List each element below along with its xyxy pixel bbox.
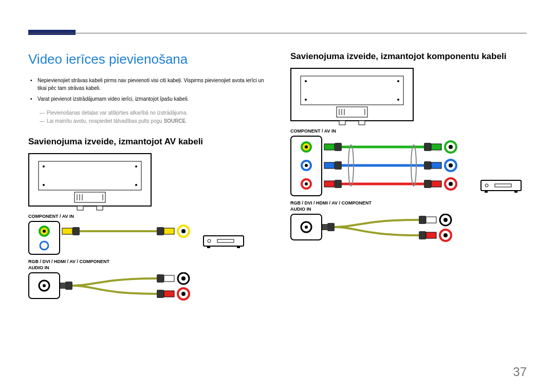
svg-rect-87 <box>514 191 517 193</box>
bullet-list: Nepievienojiet strāvas kabeli pirms nav … <box>28 77 265 103</box>
svg-point-58 <box>305 145 308 148</box>
svg-rect-95 <box>419 231 426 239</box>
svg-rect-93 <box>419 216 426 224</box>
note-line: Pievienošanas detaļas var atšķirties atk… <box>28 109 265 117</box>
svg-rect-1 <box>39 161 141 190</box>
svg-point-23 <box>181 229 186 233</box>
port-label-audio: AUDIO IN <box>28 265 265 270</box>
svg-point-100 <box>443 233 448 237</box>
svg-rect-20 <box>157 227 164 235</box>
horizontal-rule <box>28 33 527 33</box>
svg-rect-76 <box>335 180 342 188</box>
svg-point-47 <box>397 99 399 101</box>
port-label-component: COMPONENT / AV IN <box>290 128 527 134</box>
svg-rect-31 <box>157 290 164 298</box>
bullet-item: Nepievienojiet strāvas kabeli pirms nav … <box>28 77 265 92</box>
svg-rect-37 <box>203 236 244 246</box>
port-label-audio: AUDIO IN <box>290 207 527 212</box>
right-diagram: COMPONENT / AV IN <box>290 68 527 255</box>
svg-point-5 <box>135 184 137 186</box>
svg-rect-27 <box>60 283 65 289</box>
svg-rect-11 <box>77 206 83 210</box>
svg-point-74 <box>449 163 453 167</box>
svg-rect-40 <box>207 246 210 248</box>
svg-point-4 <box>43 184 45 186</box>
svg-point-45 <box>397 80 399 82</box>
note-period: . <box>186 118 187 124</box>
svg-rect-43 <box>301 76 403 105</box>
dvd-player-icon <box>203 235 244 251</box>
svg-point-2 <box>43 165 45 167</box>
svg-rect-30 <box>164 275 174 282</box>
svg-rect-18 <box>62 228 72 234</box>
svg-rect-96 <box>426 232 436 238</box>
svg-rect-94 <box>426 217 436 223</box>
right-subtitle: Savienojuma izveide, izmantojot komponen… <box>290 51 527 62</box>
svg-rect-41 <box>237 246 240 248</box>
svg-point-36 <box>181 292 186 296</box>
svg-rect-91 <box>322 224 327 230</box>
right-column: Savienojuma izveide, izmantojot komponen… <box>290 51 527 329</box>
svg-rect-6 <box>75 192 105 202</box>
port-label-rgb: RGB / DVI / HDMI / AV / COMPONENT <box>290 200 527 206</box>
note-line: Lai mainītu avotu, nospiediet tālvadības… <box>28 117 265 125</box>
svg-rect-71 <box>424 161 431 170</box>
svg-rect-28 <box>65 282 72 290</box>
bullet-item: Varat pievienot izstrādājumam video ierī… <box>28 95 265 103</box>
svg-point-90 <box>305 226 308 229</box>
note-bold: SOURCE <box>163 118 186 124</box>
monitor-back-icon <box>290 68 414 126</box>
svg-point-68 <box>449 145 453 149</box>
svg-rect-77 <box>424 180 431 188</box>
svg-rect-48 <box>337 107 367 117</box>
left-subtitle: Savienojuma izveide, izmantojot AV kabel… <box>28 137 265 147</box>
audio-cable-diagram <box>28 272 254 313</box>
audio-cable-diagram <box>290 214 516 255</box>
left-diagram: COMPONENT / AV IN RGB / DVI / HDMI / AV … <box>28 153 265 329</box>
monitor-back-icon <box>28 153 152 212</box>
svg-rect-72 <box>431 162 441 169</box>
left-column: Video ierīces pievienošana Nepievienojie… <box>28 51 265 329</box>
svg-rect-63 <box>324 144 335 150</box>
component-cable-diagram <box>290 136 527 197</box>
port-label-rgb: RGB / DVI / HDMI / AV / COMPONENT <box>28 259 265 264</box>
svg-rect-21 <box>164 228 174 234</box>
svg-rect-83 <box>481 180 521 191</box>
port-label-component: COMPONENT / AV IN <box>28 214 265 219</box>
svg-point-16 <box>43 230 46 233</box>
svg-rect-69 <box>324 162 335 169</box>
svg-rect-92 <box>327 223 335 231</box>
svg-point-62 <box>305 182 308 185</box>
svg-point-80 <box>449 182 453 186</box>
svg-rect-64 <box>335 143 342 151</box>
svg-rect-66 <box>431 144 441 150</box>
note-text: Lai mainītu avotu, nospiediet tālvadības… <box>47 118 163 124</box>
svg-rect-86 <box>485 191 488 193</box>
svg-rect-65 <box>424 143 431 151</box>
page-number: 37 <box>513 365 527 379</box>
svg-rect-19 <box>72 227 80 235</box>
svg-rect-54 <box>359 121 365 125</box>
svg-point-34 <box>181 276 186 281</box>
svg-point-26 <box>43 284 46 287</box>
svg-point-3 <box>135 165 137 167</box>
svg-point-44 <box>305 80 307 82</box>
svg-rect-12 <box>97 206 103 210</box>
svg-point-60 <box>305 164 308 167</box>
svg-rect-75 <box>324 181 335 187</box>
accent-bar <box>28 30 76 35</box>
svg-rect-32 <box>164 291 174 297</box>
svg-rect-53 <box>339 121 345 125</box>
page-title: Video ierīces pievienošana <box>28 51 265 67</box>
svg-rect-78 <box>431 181 441 187</box>
svg-point-46 <box>305 99 307 101</box>
svg-point-98 <box>443 218 448 222</box>
svg-rect-29 <box>157 274 164 283</box>
svg-rect-70 <box>335 161 342 170</box>
